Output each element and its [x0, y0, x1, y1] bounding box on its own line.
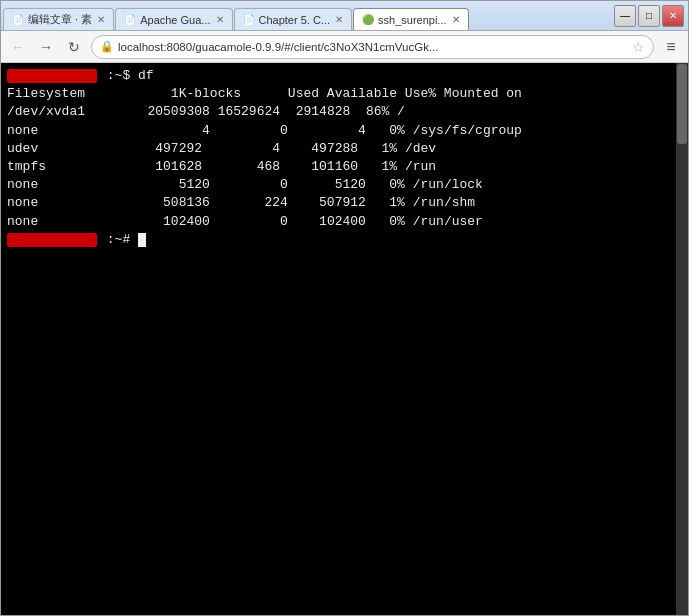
tab-4-icon: 🟢 [362, 14, 374, 25]
df-row-6-mount: /run/user [413, 213, 483, 231]
scrollbar[interactable] [676, 63, 688, 615]
url-bar[interactable]: 🔒 localhost:8080/guacamole-0.9.9/#/clien… [91, 35, 654, 59]
tab-2-close[interactable]: ✕ [216, 14, 224, 25]
window-controls: — □ ✕ [610, 1, 688, 30]
reload-button[interactable]: ↻ [63, 36, 85, 58]
tab-1-icon: 📄 [12, 14, 24, 25]
titlebar: 📄 编辑文章 · 素 ✕ 📄 Apache Gua... ✕ 📄 Chapter… [1, 1, 688, 31]
tab-3-icon: 📄 [243, 14, 255, 25]
df-row-3-mount: /run [405, 158, 436, 176]
tab-1-close[interactable]: ✕ [97, 14, 105, 25]
browser-window: 📄 编辑文章 · 素 ✕ 📄 Apache Gua... ✕ 📄 Chapter… [0, 0, 689, 616]
maximize-button[interactable]: □ [638, 5, 660, 27]
df-row-2-mount: /dev [405, 140, 436, 158]
back-icon: ← [11, 39, 25, 55]
terminal-df-row-4: none 5120 0 5120 0% /run/lock [7, 176, 682, 194]
df-row-6-avail: 102400 [319, 213, 374, 231]
tab-1-label: 编辑文章 · 素 [28, 12, 92, 27]
df-row-5-mount: /run/shm [413, 194, 475, 212]
url-text: localhost:8080/guacamole-0.9.9/#/client/… [118, 41, 628, 53]
back-button[interactable]: ← [7, 36, 29, 58]
terminal-df-row-3: tmpfs 101628 468 101160 1% /run [7, 158, 682, 176]
df-row-5-used: 224 [264, 194, 319, 212]
tab-4-label: ssh_surenpi... [378, 14, 446, 26]
reload-icon: ↻ [68, 39, 80, 55]
df-row-0-used: 16529624 [218, 103, 296, 121]
tab-4-close[interactable]: ✕ [452, 14, 460, 25]
df-row-1-used: 0 [280, 122, 358, 140]
terminal-prompt2-text: :~# [99, 231, 138, 249]
forward-icon: → [39, 39, 53, 55]
lock-icon: 🔒 [100, 40, 114, 53]
terminal-line-df-header: Filesystem 1K-blocks Used Available Use%… [7, 85, 682, 103]
close-button[interactable]: ✕ [662, 5, 684, 27]
df-header-text: Filesystem 1K-blocks Used Available Use%… [7, 85, 522, 103]
df-row-0-use: 86% [358, 103, 397, 121]
df-row-2-avail: 497288 [311, 140, 366, 158]
df-row-2-blocks: 497292 [155, 140, 272, 158]
tab-3-close[interactable]: ✕ [335, 14, 343, 25]
df-row-4-mount: /run/lock [413, 176, 483, 194]
tab-4[interactable]: 🟢 ssh_surenpi... ✕ [353, 8, 468, 30]
redacted-hostname2 [7, 233, 97, 247]
terminal-df-row-0: /dev/xvda1 20509308 16529624 2914828 86%… [7, 103, 682, 121]
terminal-container[interactable]: :~$ df Filesystem 1K-blocks Used Availab… [1, 63, 688, 615]
df-row-6-fs: none [7, 213, 163, 231]
df-row-4-use: 0% [374, 176, 413, 194]
terminal-line-prompt1: :~$ df [7, 67, 682, 85]
df-row-4-used: 0 [280, 176, 335, 194]
address-bar: ← → ↻ 🔒 localhost:8080/guacamole-0.9.9/#… [1, 31, 688, 63]
terminal-df-row-2: udev 497292 4 497288 1% /dev [7, 140, 682, 158]
tab-3[interactable]: 📄 Chapter 5. C... ✕ [234, 8, 353, 30]
tab-1[interactable]: 📄 编辑文章 · 素 ✕ [3, 8, 114, 30]
forward-button[interactable]: → [35, 36, 57, 58]
minimize-button[interactable]: — [614, 5, 636, 27]
df-row-3-used: 468 [257, 158, 312, 176]
terminal-line-prompt2: :~# [7, 231, 682, 249]
df-row-3-fs: tmpfs [7, 158, 155, 176]
scrollbar-thumb[interactable] [677, 64, 687, 144]
df-row-0-mount: / [397, 103, 405, 121]
terminal-df-row-6: none 102400 0 102400 0% /run/user [7, 213, 682, 231]
df-row-2-use: 1% [366, 140, 405, 158]
df-row-6-use: 0% [374, 213, 413, 231]
df-row-2-fs: udev [7, 140, 155, 158]
df-row-4-blocks: 5120 [179, 176, 280, 194]
df-row-6-blocks: 102400 [163, 213, 280, 231]
df-row-3-avail: 101160 [311, 158, 366, 176]
df-row-0-fs: /dev/xvda1 [7, 103, 147, 121]
df-row-0-avail: 2914828 [296, 103, 358, 121]
tab-2-label: Apache Gua... [140, 14, 210, 26]
df-row-4-fs: none [7, 176, 179, 194]
df-row-6-used: 0 [280, 213, 319, 231]
tab-2-icon: 📄 [124, 14, 136, 25]
terminal-cursor [138, 233, 146, 247]
terminal-prompt1-text: :~$ df [99, 67, 154, 85]
df-row-1-use: 0% [374, 122, 413, 140]
df-row-1-mount: /sys/fs/cgroup [413, 122, 522, 140]
terminal[interactable]: :~$ df Filesystem 1K-blocks Used Availab… [1, 63, 688, 615]
df-row-5-use: 1% [374, 194, 413, 212]
df-row-1-avail: 4 [358, 122, 374, 140]
df-row-5-blocks: 508136 [163, 194, 264, 212]
df-row-1-blocks: 4 [202, 122, 280, 140]
tab-2[interactable]: 📄 Apache Gua... ✕ [115, 8, 232, 30]
df-row-5-avail: 507912 [319, 194, 374, 212]
df-row-5-fs: none [7, 194, 163, 212]
terminal-df-row-5: none 508136 224 507912 1% /run/shm [7, 194, 682, 212]
df-row-4-avail: 5120 [335, 176, 374, 194]
df-row-1-fs: none [7, 122, 202, 140]
terminal-df-row-1: none 4 0 4 0% /sys/fs/cgroup [7, 122, 682, 140]
tab-3-label: Chapter 5. C... [259, 14, 331, 26]
df-row-3-blocks: 101628 [155, 158, 256, 176]
bookmark-icon[interactable]: ☆ [632, 39, 645, 55]
hamburger-icon: ≡ [666, 38, 675, 56]
df-row-2-used: 4 [272, 140, 311, 158]
redacted-hostname1 [7, 69, 97, 83]
tab-bar: 📄 编辑文章 · 素 ✕ 📄 Apache Gua... ✕ 📄 Chapter… [1, 1, 610, 30]
df-row-3-use: 1% [366, 158, 405, 176]
browser-menu-button[interactable]: ≡ [660, 36, 682, 58]
df-row-0-blocks: 20509308 [147, 103, 217, 121]
